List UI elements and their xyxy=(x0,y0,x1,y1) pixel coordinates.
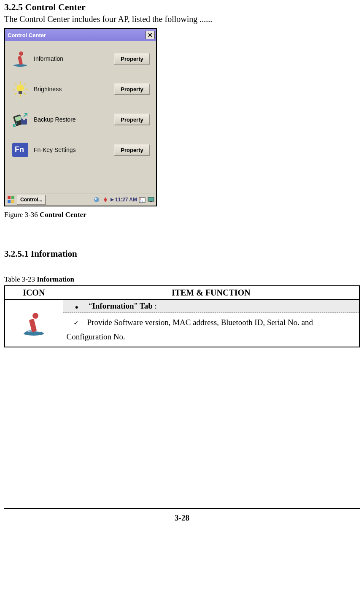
page-number: 3-28 xyxy=(4,508,360,523)
control-center-window: Control Center ✕ Information Property xyxy=(4,28,157,206)
fnkey-icon: Fn xyxy=(11,141,30,159)
svg-line-9 xyxy=(15,93,16,95)
bullet-icon: ● xyxy=(67,304,89,310)
property-button[interactable]: Property xyxy=(114,53,150,65)
row-label: Information xyxy=(34,55,114,62)
start-icon[interactable] xyxy=(6,195,16,204)
window-title: Control Center xyxy=(8,32,46,38)
svg-rect-12 xyxy=(19,91,22,94)
table-caption-bold: Information xyxy=(37,275,74,283)
row-fnkey: Fn Fn-Key Settings Property xyxy=(11,141,150,159)
close-icon: ✕ xyxy=(148,32,153,38)
svg-rect-19 xyxy=(8,196,11,199)
tab-name: Information xyxy=(92,301,134,310)
row-backup-restore: Backup Restore Property xyxy=(11,110,150,129)
row-label: Brightness xyxy=(34,86,114,92)
table-caption-prefix: Table 3-23 xyxy=(4,275,37,283)
svg-point-2 xyxy=(19,52,23,56)
table-tab-cell: ●“Information” Tab : xyxy=(63,300,359,313)
check-icon: ✓ xyxy=(67,319,87,326)
close-button[interactable]: ✕ xyxy=(146,31,155,39)
figure-caption: Figure 3-36 Control Center xyxy=(4,211,360,219)
svg-point-32 xyxy=(32,313,38,319)
svg-rect-29 xyxy=(150,201,152,202)
table-icon-cell xyxy=(5,300,63,347)
figure-caption-prefix: Figure 3-36 xyxy=(4,211,40,219)
property-button[interactable]: Property xyxy=(114,144,150,156)
row-label: Backup Restore xyxy=(34,116,114,123)
table-desc-cell: ✓Provide Software version, MAC address, … xyxy=(63,313,359,347)
svg-text:23: 23 xyxy=(140,200,143,203)
backup-restore-icon xyxy=(11,110,30,129)
property-button[interactable]: Property xyxy=(114,83,150,95)
brightness-icon xyxy=(11,80,30,98)
svg-rect-21 xyxy=(8,200,11,203)
information-icon xyxy=(21,311,46,336)
information-table: ICON ITEM & FUNCTION ●“Information” Tab … xyxy=(4,285,360,347)
tray-icon-1[interactable] xyxy=(93,196,100,203)
row-information: Information Property xyxy=(11,49,150,68)
taskbar-clock[interactable]: 11:27 AM xyxy=(115,197,137,203)
table-caption: Table 3-23 Information xyxy=(4,275,360,284)
svg-line-8 xyxy=(24,93,26,95)
table-header-item: ITEM & FUNCTION xyxy=(63,286,359,300)
desc-text: Provide Software version, MAC address, B… xyxy=(67,318,313,341)
tray: ▶ 11:27 AM 123 xyxy=(93,196,155,203)
svg-line-7 xyxy=(15,84,16,85)
svg-rect-22 xyxy=(11,200,14,203)
tray-icon-desktop[interactable] xyxy=(147,196,155,203)
svg-point-24 xyxy=(95,198,97,200)
subsection-heading: 3.2.5.1 Information xyxy=(4,249,360,259)
table-header-icon: ICON xyxy=(5,286,63,300)
information-icon xyxy=(11,49,30,68)
tray-icon-calendar[interactable]: 123 xyxy=(138,196,146,203)
tray-icon-2[interactable] xyxy=(102,196,109,203)
taskbar: Control... ▶ 11:27 AM 123 xyxy=(5,193,156,206)
tray-arrow-icon[interactable]: ▶ xyxy=(111,197,114,202)
svg-rect-16 xyxy=(23,119,25,120)
tab-quote-close: ” xyxy=(134,301,140,310)
svg-point-23 xyxy=(94,197,99,202)
section-heading: 3.2.5 Control Center xyxy=(4,2,360,13)
figure-caption-bold: Control Center xyxy=(40,211,86,219)
svg-rect-20 xyxy=(11,196,14,199)
svg-line-10 xyxy=(24,84,26,85)
svg-rect-1 xyxy=(18,56,23,65)
taskbar-task[interactable]: Control... xyxy=(17,195,46,205)
intro-text: The Control Center includes four AP, lis… xyxy=(4,14,360,24)
window-body: Information Property Brightness Propert xyxy=(5,41,156,193)
row-label: Fn-Key Settings xyxy=(34,146,114,153)
tab-colon: : xyxy=(153,301,157,310)
svg-rect-31 xyxy=(29,319,37,332)
svg-rect-28 xyxy=(148,197,154,201)
svg-text:Fn: Fn xyxy=(15,145,24,154)
tab-word: Tab xyxy=(140,301,153,310)
titlebar: Control Center ✕ xyxy=(5,29,156,41)
row-brightness: Brightness Property xyxy=(11,80,150,98)
property-button[interactable]: Property xyxy=(114,114,150,125)
